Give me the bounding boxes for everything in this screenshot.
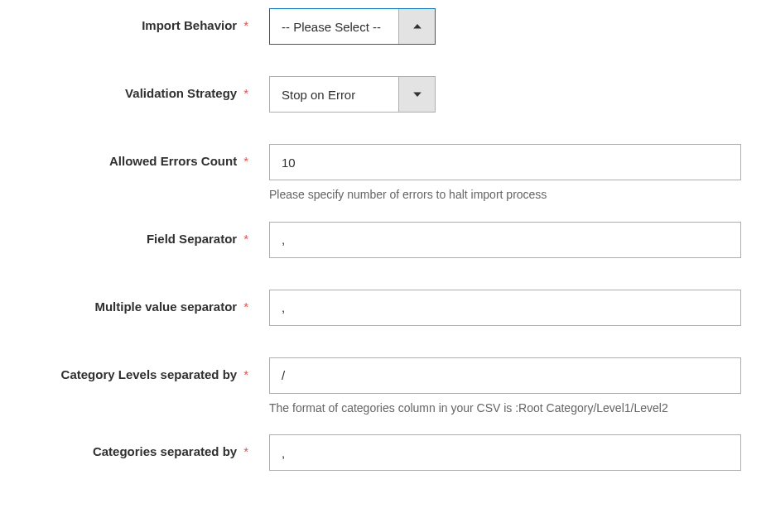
row-category-levels-sep: Category Levels separated by * The forma… [17, 357, 749, 427]
input-col: Please specify number of errors to halt … [257, 144, 741, 213]
row-field-separator: Field Separator * [17, 222, 749, 258]
row-validation-strategy: Validation Strategy * Stop on Error [17, 76, 749, 113]
label-col: Multiple value separator * [17, 290, 257, 314]
input-col: Stop on Error [257, 76, 741, 113]
required-mark: * [243, 86, 248, 100]
row-multiple-separator: Multiple value separator * [17, 290, 749, 326]
categories-sep-label: Categories separated by [93, 444, 237, 458]
row-import-behavior: Import Behavior * -- Please Select -- [17, 8, 749, 45]
required-mark: * [243, 232, 248, 246]
required-mark: * [243, 444, 248, 458]
label-col: Allowed Errors Count * [17, 144, 257, 168]
categories-sep-input[interactable] [269, 434, 741, 471]
multiple-separator-label: Multiple value separator [94, 300, 237, 314]
required-mark: * [243, 300, 248, 314]
input-col: The format of categories column in your … [257, 357, 741, 427]
label-col: Categories separated by * [17, 434, 257, 458]
dropdown-arrow [398, 77, 435, 112]
category-levels-sep-input[interactable] [269, 357, 741, 394]
input-col: -- Please Select -- [257, 8, 741, 45]
validation-strategy-select[interactable]: Stop on Error [269, 76, 436, 113]
input-col [257, 290, 741, 326]
required-mark: * [243, 18, 248, 32]
chevron-up-icon [412, 22, 422, 31]
chevron-down-icon [412, 89, 422, 99]
validation-strategy-value: Stop on Error [270, 77, 398, 112]
allowed-errors-label: Allowed Errors Count [109, 154, 237, 168]
label-col: Category Levels separated by * [17, 357, 257, 381]
multiple-separator-input[interactable] [269, 290, 741, 326]
allowed-errors-help: Please specify number of errors to halt … [269, 187, 741, 204]
allowed-errors-input[interactable] [269, 144, 741, 180]
import-behavior-label: Import Behavior [142, 18, 237, 32]
import-settings-form: Import Behavior * -- Please Select -- Va… [17, 8, 749, 471]
label-col: Field Separator * [17, 222, 257, 246]
category-levels-sep-label: Category Levels separated by [61, 367, 238, 381]
input-col [257, 222, 741, 258]
validation-strategy-label: Validation Strategy [125, 86, 237, 100]
field-separator-input[interactable] [269, 222, 741, 258]
label-col: Import Behavior * [17, 8, 257, 32]
row-categories-sep: Categories separated by * [17, 434, 749, 471]
field-separator-label: Field Separator [147, 232, 237, 246]
category-levels-sep-help: The format of categories column in your … [269, 400, 741, 417]
label-col: Validation Strategy * [17, 76, 257, 100]
import-behavior-select[interactable]: -- Please Select -- [269, 8, 436, 45]
dropdown-arrow [398, 9, 435, 44]
required-mark: * [243, 367, 248, 381]
row-allowed-errors: Allowed Errors Count * Please specify nu… [17, 144, 749, 213]
input-col [257, 434, 741, 471]
required-mark: * [243, 154, 248, 168]
import-behavior-value: -- Please Select -- [270, 9, 398, 44]
